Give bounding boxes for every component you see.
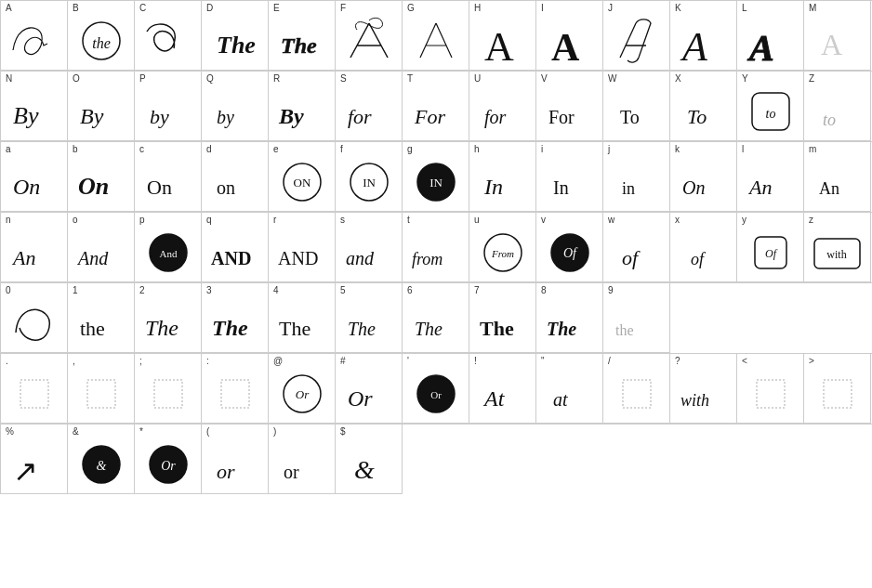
svg-text:Or: Or bbox=[161, 459, 176, 473]
glyph-3: The bbox=[209, 289, 260, 346]
svg-text:On: On bbox=[682, 177, 705, 198]
cell-comma: , bbox=[68, 354, 135, 424]
glyph-4: The bbox=[276, 289, 327, 346]
cell-percent: % ↗ bbox=[1, 425, 68, 494]
glyph-R: By bbox=[276, 77, 327, 135]
svg-rect-80 bbox=[824, 380, 852, 408]
cell-label-6: 6 bbox=[407, 286, 413, 295]
cell-c: c On bbox=[135, 142, 202, 212]
cell-N: N By bbox=[1, 72, 68, 141]
cell-lparen: ( or bbox=[202, 425, 269, 494]
cell-label-star: * bbox=[139, 427, 143, 437]
cell-K: K A bbox=[670, 1, 737, 71]
svg-text:In: In bbox=[483, 175, 503, 199]
cell-label-p: p bbox=[139, 216, 145, 225]
glyph-d: on bbox=[209, 148, 260, 205]
glyph-1: the bbox=[75, 289, 126, 346]
cell-label-c: c bbox=[139, 145, 144, 154]
glyph-O: By bbox=[75, 77, 126, 135]
cell-label-0: 0 bbox=[6, 286, 11, 295]
cell-label-k: k bbox=[675, 145, 680, 154]
cell-label-percent: % bbox=[6, 427, 14, 437]
cell-j: j in bbox=[603, 142, 670, 212]
cell-label-D: D bbox=[206, 4, 213, 13]
svg-text:An: An bbox=[747, 176, 772, 199]
svg-rect-67 bbox=[87, 380, 115, 408]
svg-text:and: and bbox=[346, 248, 375, 268]
glyph-s: and bbox=[343, 218, 394, 276]
glyph-C bbox=[142, 7, 193, 64]
cell-label-gt: > bbox=[809, 357, 814, 366]
cell-w: w of bbox=[603, 213, 670, 282]
cell-H: H A bbox=[469, 1, 536, 71]
glyph-F bbox=[346, 5, 392, 67]
glyph-v: Of bbox=[547, 218, 593, 276]
cell-X: X To bbox=[670, 72, 737, 141]
cell-label-amp: & bbox=[73, 427, 79, 437]
cell-s: s and bbox=[336, 213, 403, 282]
cell-i: i In bbox=[536, 142, 603, 212]
cell-label-8: 8 bbox=[541, 286, 547, 295]
cell-label-I: I bbox=[541, 4, 544, 13]
glyph-j: in bbox=[611, 148, 662, 205]
cell-V: V For bbox=[536, 72, 603, 141]
row-punctuation: . , ; : bbox=[0, 353, 872, 424]
cell-n: n An bbox=[1, 213, 68, 282]
cell-a: a On bbox=[1, 142, 68, 212]
svg-text:On: On bbox=[78, 173, 109, 200]
cell-label-v: v bbox=[541, 216, 546, 225]
svg-text:for: for bbox=[348, 105, 372, 128]
cell-C: C bbox=[135, 1, 202, 71]
cell-o: o And bbox=[68, 213, 135, 282]
glyph-L: A bbox=[745, 5, 796, 67]
glyph-exclaim-at: At bbox=[477, 359, 528, 417]
cell-J: J bbox=[603, 1, 670, 71]
cell-b: b On bbox=[68, 142, 135, 212]
cell-Q: Q by bbox=[202, 72, 269, 141]
cell-label-X: X bbox=[675, 74, 681, 84]
glyph-apos-or: Or bbox=[413, 359, 459, 417]
cell-label-5: 5 bbox=[340, 286, 346, 295]
cell-label-t: t bbox=[407, 216, 410, 225]
cell-label-1: 1 bbox=[73, 286, 78, 295]
cell-label-M: M bbox=[809, 4, 816, 13]
glyph-k: On bbox=[678, 148, 729, 205]
cell-label-comma: , bbox=[73, 357, 75, 366]
glyph-w: of bbox=[611, 218, 662, 276]
glyph-G bbox=[413, 5, 459, 67]
svg-text:by: by bbox=[150, 105, 169, 128]
glyph-D: The bbox=[209, 7, 260, 64]
cell-label-H: H bbox=[474, 4, 481, 13]
glyph-B: the bbox=[78, 7, 125, 64]
svg-text:A: A bbox=[746, 27, 774, 67]
cell-7: 7 The bbox=[469, 283, 536, 353]
glyph-V: For bbox=[544, 77, 595, 135]
glyph-dquote-at: at bbox=[544, 359, 595, 417]
cell-label-o: o bbox=[73, 216, 78, 225]
glyph-amp-circle: & bbox=[78, 428, 125, 490]
glyph-e: ON bbox=[279, 148, 325, 205]
glyph-rparen-or: or bbox=[276, 428, 327, 490]
cell-label-apos: ' bbox=[407, 357, 409, 366]
cell-label-m: m bbox=[809, 145, 816, 154]
cell-A: A bbox=[1, 1, 68, 71]
cell-period: . bbox=[1, 354, 68, 424]
cell-label-Z: Z bbox=[809, 74, 814, 84]
cell-v: v Of bbox=[536, 213, 603, 282]
svg-text:the: the bbox=[92, 35, 111, 51]
cell-label-q: q bbox=[206, 216, 212, 225]
cell-label-B: B bbox=[73, 4, 79, 13]
svg-text:the: the bbox=[615, 322, 634, 338]
glyph-U: for bbox=[477, 77, 528, 135]
glyph-X: To bbox=[678, 77, 729, 135]
glyph-Q: by bbox=[209, 77, 260, 135]
cell-label-lt: < bbox=[742, 357, 747, 366]
cell-label-question: ? bbox=[675, 357, 680, 366]
glyph-t: from bbox=[410, 218, 461, 276]
svg-text:The: The bbox=[547, 319, 576, 339]
glyph-P: by bbox=[142, 77, 193, 135]
svg-text:A: A bbox=[821, 28, 842, 61]
svg-text:or: or bbox=[284, 462, 299, 482]
cell-slash: / bbox=[603, 354, 670, 424]
svg-text:with: with bbox=[826, 248, 846, 261]
